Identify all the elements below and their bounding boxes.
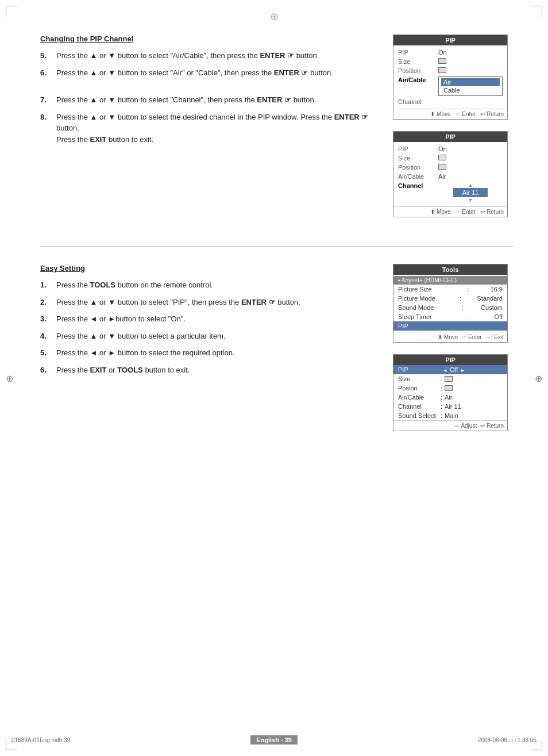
easy-step-text-6: Press the EXIT or TOOLS button to exit. [56,364,190,376]
anynet-label: ▪ Anynet+ (HDMI-CEC) [398,277,457,283]
step-num-6: 6. [40,67,52,79]
ps-size-icon [445,376,453,382]
pip-channel-instructions: Changing the PIP Channel 5. Press the ▲ … [40,34,381,217]
ps-value-size [445,376,453,382]
pip-sub-menu: PIP PIP Off Size : Pos [393,354,508,431]
pip-off-value: Off [450,366,458,373]
pip-sub-footer: ↔ Adjust ↩ Return [393,420,507,431]
ps-colon-posion: : [441,385,442,392]
easy-step-4: 4. Press the ▲ or ▼ button to select a p… [40,331,381,342]
ps-label-channel: Channel [398,403,438,410]
pip-label-position: Position [398,67,438,74]
pip-sub-row-pip: PIP Off [393,365,507,374]
pip-screens-col: PIP PIP On Size Position [393,34,514,217]
tools-label-picturemode: Picture Mode [398,295,444,302]
pip-row-size: Size [398,57,503,66]
easy-step-6: 6. Press the EXIT or TOOLS button to exi… [40,364,381,376]
easy-step-num-3: 3. [40,313,52,325]
tools-value-picturesize: 16:9 [491,286,503,293]
tools-footer-enter: ☞ Enter [461,334,482,340]
easy-step-num-6: 6. [40,364,52,376]
sub-footer-return: ↩ Return [480,423,504,429]
footer-enter-1: ☞ Enter [456,111,476,117]
pip-arrow-right [460,366,465,373]
section-title-1: Changing the PIP Channel [40,34,381,43]
pip-sub-row-aircable: Air/Cable : Air [393,393,507,402]
tools-row-pip: PIP [393,321,507,331]
tools-menu: Tools ▪ Anynet+ (HDMI-CEC) Picture Size … [393,264,508,343]
easy-step-num-4: 4. [40,331,52,342]
pip-menu-1-title: PIP [393,35,507,45]
easy-step-1: 1. Press the TOOLS button on the remote … [40,279,381,291]
pip-menu-1-body: PIP On Size Position Air/Cable [393,45,507,109]
easy-step-text-3: Press the ◄ or ►button to select "On". [56,313,186,325]
dropdown-cable: Cable [441,86,500,94]
pip2-value-pip: On [438,145,503,152]
pip2-row-pip: PIP On [398,144,503,153]
corner-mark-tr [531,6,542,17]
pip2-value-size [438,155,503,162]
pip-sub-row-sound: Sound Select : Main [393,411,507,420]
pip-menu-1: PIP PIP On Size Position [393,34,508,120]
ps-value-channel: Air 11 [445,403,461,410]
pip2-label-position: Position [398,164,438,171]
ps-colon-sound: : [441,412,442,419]
tools-footer-exit: →| Exit [485,334,504,340]
ps-label-size: Size [398,375,438,382]
tools-row-anynet: ▪ Anynet+ (HDMI-CEC) [393,276,507,285]
page-footer: 01689A-01Eng.indb 39 English - 39 2008-0… [0,735,548,745]
pip2-value-channel: ▲ Air 11 ▼ [438,182,503,203]
pip-sub-row-channel: Channel : Air 11 [393,402,507,411]
step-num-5: 5. [40,50,52,62]
section-easy-setting: Easy Setting 1. Press the TOOLS button o… [40,264,514,431]
ps-value-posion [445,385,453,391]
step-5: 5. Press the ▲ or ▼ button to select "Ai… [40,50,381,62]
easy-step-num-2: 2. [40,297,52,308]
easy-setting-menus: Tools ▪ Anynet+ (HDMI-CEC) Picture Size … [393,264,514,431]
step-text-8: Press the ▲ or ▼ button to select the de… [56,112,381,145]
easy-step-text-4: Press the ▲ or ▼ button to select a part… [56,331,226,342]
section-pip-channel: Changing the PIP Channel 5. Press the ▲ … [40,34,514,217]
sub-footer-adjust: ↔ Adjust [454,423,477,429]
pip-value-position [438,67,503,74]
step-text-5: Press the ▲ or ▼ button to select "Air/C… [56,50,319,62]
pip2-label-channel: Channel [398,182,438,189]
pip-sub-title: PIP [393,355,507,365]
pip2-label-aircable: Air/Cable [398,173,438,180]
channel-box: Air 11 [453,188,488,197]
easy-step-5: 5. Press the ◄ or ► button to select the… [40,347,381,359]
footer-move-1: ⬍ Move [430,111,450,117]
ps-value-pip: Off [443,366,465,373]
pip-menu-2-body: PIP On Size Position Air/Cable Air [393,142,507,206]
footer-return-2: ↩ Return [480,209,504,215]
size-icon [438,58,446,64]
pip-row-channel: Channel [398,97,503,106]
tools-menu-footer: ⬍ Move ☞ Enter →| Exit [393,332,507,342]
pip2-label-size: Size [398,155,438,162]
ps-colon-channel: : [441,403,442,410]
pip-arrow-left [443,366,447,373]
tools-menu-title: Tools [393,264,507,275]
ps-label-sound: Sound Select [398,412,438,419]
corner-mark-tl [6,6,17,17]
tools-colon-sleeptimer: : [468,313,470,320]
easy-step-3: 3. Press the ◄ or ►button to select "On"… [40,313,381,325]
step-7: 7. Press the ▲ or ▼ button to select "Ch… [40,94,381,106]
tools-label-pip: PIP [398,323,444,329]
ps-posion-icon [445,385,453,391]
page-number: English - 39 [250,735,298,745]
pip-value-channel [438,98,503,105]
pip-sub-row-posion: Posion : [393,383,507,393]
footer-left: 01689A-01Eng.indb 39 [11,737,70,743]
pip-row-aircable: Air/Cable Air Cable [398,75,503,97]
footer-return-1: ↩ Return [480,111,504,117]
pip2-value-position [438,164,503,171]
easy-step-2: 2. Press the ▲ or ▼ button to select "PI… [40,297,381,308]
tools-label-sleeptimer: Sleep Timer [398,313,444,320]
ps-colon-aircable: : [441,394,442,401]
tools-footer-move: ⬍ Move [438,334,458,340]
pip2-label-pip: PIP [398,145,438,152]
left-crosshair: ⊕ [6,373,13,383]
easy-step-num-5: 5. [40,347,52,359]
step-text-7: Press the ▲ or ▼ button to select "Chann… [56,94,316,106]
